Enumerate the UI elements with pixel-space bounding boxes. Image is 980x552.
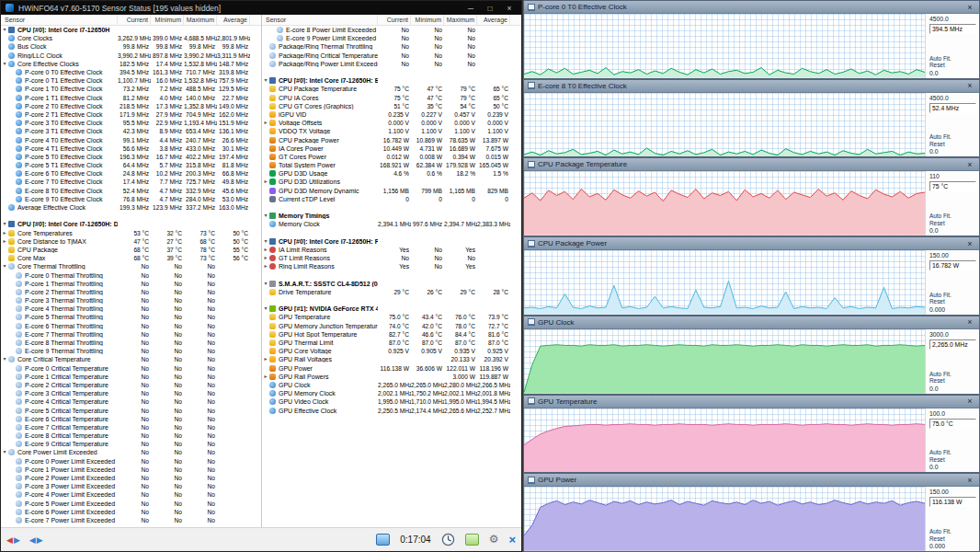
sensor-row[interactable]: P-core 4 Critical TemperatureNoNoNo: [1, 397, 250, 406]
expand-arrow-icon[interactable]: ▸: [262, 373, 269, 381]
sensor-row[interactable]: E-core 7 Thermal ThrottlingNoNoNo: [1, 330, 250, 339]
sensor-row[interactable]: P-core 5 Power Limit ExceededNoNoNo: [1, 500, 250, 508]
sensor-row[interactable]: CPU GT Cores (Graphics)51 °C35 °C54 °C50…: [262, 102, 510, 110]
sensor-row[interactable]: ▸Core Temperatures53 °C32 °C73 °C50 °C: [1, 229, 250, 237]
collapse-arrow-icon[interactable]: ▾: [262, 237, 269, 246]
sensor-row[interactable]: IA Cores Power10.449 W4.731 W16.689 W7.6…: [262, 144, 510, 153]
sensor-row[interactable]: P-core 0 T1 Effective Clock1,100.7 MHz16…: [1, 76, 250, 85]
close-icon[interactable]: ×: [964, 476, 975, 485]
sensor-row[interactable]: P-core 3 Power Limit ExceededNoNoNo: [1, 482, 250, 490]
sensor-row[interactable]: ▸GPU Rail Voltages20.133 V20.392 V: [262, 355, 510, 363]
sensor-row[interactable]: P-core 3 Thermal ThrottlingNoNoNo: [1, 296, 250, 305]
graph-plot-area[interactable]: [524, 487, 926, 551]
sensor-windows-icon[interactable]: [376, 534, 390, 546]
auto-fit-button[interactable]: Auto Fit.: [929, 528, 976, 535]
graph-plot-area[interactable]: [524, 408, 926, 473]
sensor-row[interactable]: Package/Ring Thermal ThrottlingNoNoNo: [262, 42, 510, 51]
sensor-row[interactable]: P-core 2 Critical TemperatureNoNoNo: [1, 381, 250, 389]
reset-button[interactable]: Reset: [929, 62, 976, 69]
sensor-row[interactable]: P-core 2 T1 Effective Clock171.9 MHz27.9…: [1, 110, 250, 119]
sensor-row[interactable]: E-core 9 Thermal ThrottlingNoNoNo: [1, 347, 250, 355]
sensor-row[interactable]: E-core 7 Critical TemperatureNoNoNo: [1, 423, 250, 431]
collapse-arrow-icon[interactable]: ▾: [262, 212, 269, 220]
graph-titlebar[interactable]: CPU Package Temperature×: [524, 158, 979, 171]
sensor-row[interactable]: ▸Voltage Offsets0.000 V0.000 V0.000 V0.0…: [262, 119, 510, 127]
sensor-row[interactable]: P-core 5 T1 Effective Clock64.4 MHz5.7 M…: [1, 161, 250, 169]
close-icon[interactable]: ×: [964, 3, 975, 12]
sensor-row[interactable]: E-core 7 T0 Effective Clock17.4 MHz7.7 M…: [1, 178, 250, 186]
sensor-row[interactable]: Core Clocks3,262.9 MHz399.0 MHz4,688.5 M…: [1, 34, 250, 42]
reset-button[interactable]: Reset: [929, 298, 976, 305]
sensor-row[interactable]: P-core 0 T0 Effective Clock394.5 MHz161.…: [1, 68, 250, 76]
sensor-row[interactable]: CPU Package Temperature75 °C47 °C79 °C65…: [262, 85, 510, 93]
close-icon[interactable]: ×: [964, 160, 975, 169]
sensor-row[interactable]: P-core 1 Critical TemperatureNoNoNo: [1, 373, 250, 381]
sensor-group-row[interactable]: ▾CPU [#0]: Intel Core i7-12650H: [1, 26, 250, 34]
expand-arrow-icon[interactable]: ▸: [1, 229, 8, 237]
sensor-row[interactable]: E-core 6 T0 Effective Clock24.8 MHz10.2 …: [1, 169, 250, 178]
sensor-row[interactable]: Memory Clock2,394.1 MHz997.6 MHz2,394.7 …: [262, 220, 510, 228]
sensor-group-row[interactable]: ▾CPU [#0]: Intel Core i7-12650H: Perfor.…: [262, 237, 510, 246]
sensor-row[interactable]: ▾Core Thermal ThrottlingNoNoNo: [1, 262, 250, 270]
auto-fit-button[interactable]: Auto Fit.: [929, 55, 976, 63]
sensor-row[interactable]: E-core 7 Power Limit ExceededNoNoNo: [1, 516, 250, 524]
clock-icon[interactable]: [441, 533, 455, 546]
close-sensors-icon[interactable]: ×: [508, 534, 516, 546]
sensor-row[interactable]: P-core 2 Thermal ThrottlingNoNoNo: [1, 288, 250, 296]
column-header-minimum[interactable]: Minimum: [151, 15, 184, 25]
arrow-right-icon[interactable]: ▶: [37, 535, 43, 545]
collapse-arrow-icon[interactable]: ▾: [1, 448, 8, 456]
auto-fit-button[interactable]: Auto Fit.: [929, 292, 976, 299]
graph-plot-area[interactable]: [524, 329, 926, 394]
sensor-row[interactable]: Package/Ring Power Limit ExceededNoNoNo: [262, 60, 510, 68]
sensor-row[interactable]: Total System Power168.921 W62.384 W179.9…: [262, 161, 510, 169]
sensor-row[interactable]: GPU Hot Spot Temperature82.7 °C46.6 °C84…: [262, 330, 510, 339]
column-header-current[interactable]: Current: [378, 15, 411, 25]
sensor-row[interactable]: P-core 4 T0 Effective Clock99.1 MHz4.4 M…: [1, 135, 250, 144]
sensor-row[interactable]: GPU Power116.138 W36.606 W122.011 W118.1…: [262, 364, 510, 373]
minimize-button[interactable]: ─: [463, 4, 478, 13]
column-header-average[interactable]: Average: [477, 15, 510, 25]
sensor-row[interactable]: Average Effective Clock199.3 MHz123.9 MH…: [1, 203, 250, 212]
sensor-row[interactable]: E-core 8 Thermal ThrottlingNoNoNo: [1, 339, 250, 347]
expand-arrow-icon[interactable]: ▸: [262, 254, 269, 262]
sensor-row[interactable]: ▸Ring Limit ReasonsYesNoYes: [262, 262, 510, 270]
sensor-row[interactable]: P-core 4 T1 Effective Clock56.6 MHz3.8 M…: [1, 144, 250, 153]
sensor-row[interactable]: Core Max68 °C39 °C73 °C56 °C: [1, 254, 250, 262]
close-button[interactable]: ×: [502, 4, 517, 13]
sensor-row[interactable]: E-core 6 Thermal ThrottlingNoNoNo: [1, 322, 250, 330]
collapse-arrow-icon[interactable]: ▾: [1, 220, 8, 228]
sensor-row[interactable]: GPU Clock2,265.0 MHz2,265.0 MHz2,280.0 M…: [262, 381, 510, 389]
expand-arrow-icon[interactable]: ▸: [262, 178, 269, 186]
sensor-row[interactable]: E-core 9 Power Limit ExceededNoNoNo: [262, 34, 510, 42]
sensor-row[interactable]: P-core 1 Thermal ThrottlingNoNoNo: [1, 280, 250, 288]
sensor-row[interactable]: GT Cores Power0.012 W0.008 W0.394 W0.015…: [262, 153, 510, 161]
sensor-row[interactable]: ▸GPU D3D Utilizations: [262, 178, 510, 186]
sensor-row[interactable]: ▸IA Limit ReasonsYesNoYes: [262, 246, 510, 254]
graph-titlebar[interactable]: CPU Package Power×: [524, 237, 979, 250]
collapse-arrow-icon[interactable]: ▾: [1, 26, 8, 34]
sensor-row[interactable]: GPU D3D Usage4.6 %0.6 %18.2 %1.5 %: [262, 169, 510, 178]
sensor-group-row[interactable]: ▾Memory Timings: [262, 212, 510, 220]
reset-button[interactable]: Reset: [929, 535, 976, 543]
expand-arrow-icon[interactable]: ▸: [262, 119, 269, 127]
collapse-arrow-icon[interactable]: ▾: [262, 76, 269, 85]
sensor-row[interactable]: E-core 8 Power Limit ExceededNoNoNo: [262, 26, 510, 34]
sensor-row[interactable]: P-core 0 Critical TemperatureNoNoNo: [1, 364, 250, 373]
expand-arrow-icon[interactable]: ▸: [262, 246, 269, 254]
settings-gear-icon[interactable]: ⚙: [489, 534, 499, 546]
sensor-row[interactable]: Package/Ring Critical TemperatureNoNoNo: [262, 52, 510, 60]
arrow-left-icon[interactable]: ◀: [29, 535, 36, 545]
collapse-arrow-icon[interactable]: ▾: [262, 305, 269, 313]
graph-plot-area[interactable]: [524, 93, 926, 157]
graph-plot-area[interactable]: [524, 250, 926, 315]
sensor-row[interactable]: E-core 6 Critical TemperatureNoNoNo: [1, 415, 250, 423]
reset-button[interactable]: Reset: [929, 456, 976, 464]
window-titlebar[interactable]: HWiNFO64 v7.60-5170 Sensor Status [195 v…: [1, 1, 521, 15]
graph-plot-area[interactable]: [524, 14, 926, 78]
sensor-group-row[interactable]: ▾CPU [#0]: Intel Core i7-12650H: DTS: [1, 220, 250, 228]
sensor-row[interactable]: ▸GPU Rail Powers3.000 W119.887 W: [262, 373, 510, 381]
sensor-row[interactable]: P-core 0 Thermal ThrottlingNoNoNo: [1, 270, 250, 279]
sensor-row[interactable]: ▾Core Power Limit ExceededNoNoNo: [1, 448, 250, 456]
graph-titlebar[interactable]: GPU Temperature×: [524, 396, 979, 408]
